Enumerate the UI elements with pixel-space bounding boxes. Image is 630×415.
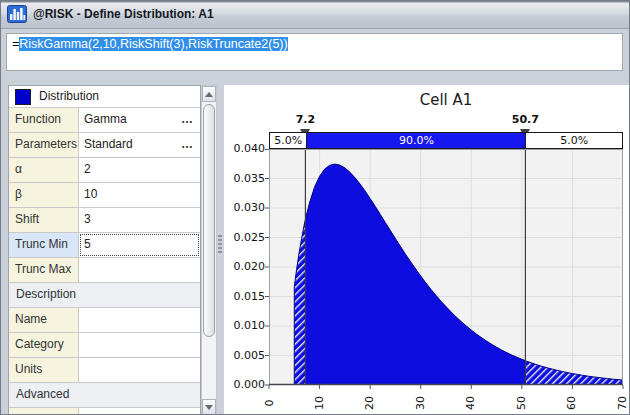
x-tick-label: 30 [411,393,431,415]
prop-row-row[interactable]: β10 [9,183,200,208]
ellipsis-button[interactable]: … [181,108,194,131]
x-tick-label: 70 [613,393,630,415]
prop-label-trunc-min: Trunc Min [9,233,79,257]
prop-section-advanced[interactable]: Advanced [9,383,200,408]
distribution-color-swatch [15,89,31,105]
risk-histogram-icon [7,5,27,23]
distribution-plot [263,149,627,393]
y-tick-label: 0.015 [224,290,265,304]
splitter-grip-icon [218,235,222,255]
prop-label-static-value: Static Value [9,408,79,415]
prop-value-category[interactable] [79,333,200,357]
x-tick-label: 0 [259,393,279,415]
prop-value-function[interactable]: Gamma… [79,108,200,132]
prop-value-row[interactable]: 2 [79,158,200,182]
scroll-down-button[interactable] [202,399,216,415]
y-tick-label: 0.035 [224,172,265,186]
chart-title: Cell A1 [269,91,623,109]
prop-value-row[interactable]: 10 [79,183,200,207]
prop-value-parameters[interactable]: Standard… [79,133,200,157]
prop-row-category[interactable]: Category [9,333,200,358]
prop-value-shift[interactable]: 3 [79,208,200,232]
scroll-up-icon [205,92,213,97]
x-tick-label: 20 [360,393,380,415]
y-tick-label: 0.010 [224,319,265,333]
prop-label-category: Category [9,333,79,357]
probability-band: 5.0% 90.0% 5.0% [269,132,623,149]
scrollbar-thumb[interactable] [203,104,215,337]
y-tick-label: 0.000 [224,378,265,392]
panel-splitter[interactable] [217,85,224,415]
property-grid-scrollbar[interactable] [201,85,217,415]
y-tick-label: 0.030 [224,201,265,215]
prop-value-name[interactable] [79,308,200,332]
y-tick-label: 0.005 [224,349,265,363]
prop-label-shift: Shift [9,208,79,232]
scroll-down-icon [205,405,213,410]
prop-row-function[interactable]: FunctionGamma… [9,108,200,133]
prop-row-row[interactable]: α2 [9,158,200,183]
y-tick-label: 0.020 [224,260,265,274]
prop-value-static-value[interactable] [79,408,200,415]
prop-label-row: β [9,183,79,207]
formula-selected-text: RiskGamma(2,10,RiskShift(3),RiskTruncate… [19,37,287,51]
prop-label-trunc-max: Trunc Max [9,258,79,282]
prop-section-description[interactable]: Description [9,283,200,308]
prop-label-parameters: Parameters [9,133,79,157]
distribution-property-grid: DistributionFunctionGamma…ParametersStan… [8,85,201,415]
delimiter-value-left: 7.2 [280,113,330,126]
delimiter-value-right: 50.7 [500,113,550,126]
prop-row-shift[interactable]: Shift3 [9,208,200,233]
prop-row-parameters[interactable]: ParametersStandard… [9,133,200,158]
y-tick-label: 0.040 [224,142,265,156]
ellipsis-button[interactable]: … [181,133,194,156]
x-tick-label: 50 [512,393,532,415]
window-title: @RISK - Define Distribution: A1 [33,1,214,27]
prop-label-name: Name [9,308,79,332]
property-grid-header-label: Distribution [39,86,99,107]
x-tick-label: 60 [562,393,582,415]
prop-label-row: α [9,158,79,182]
scroll-up-button[interactable] [202,86,216,102]
prop-label-units: Units [9,358,79,382]
prop-row-name[interactable]: Name [9,308,200,333]
band-left-percent: 5.0% [270,133,306,148]
formula-input[interactable]: =RiskGamma(2,10,RiskShift(3),RiskTruncat… [6,33,623,71]
prop-row-trunc-max[interactable]: Trunc Max [9,258,200,283]
y-tick-label: 0.025 [224,231,265,245]
band-right-percent: 5.0% [526,133,622,148]
prop-row-static-value[interactable]: Static Value [9,408,200,415]
prop-value-units[interactable] [79,358,200,382]
prop-label-function: Function [9,108,79,132]
property-grid-header: Distribution [9,86,200,108]
define-distribution-window: @RISK - Define Distribution: A1 =RiskGam… [0,0,630,415]
prop-row-trunc-min[interactable]: Trunc Min5 [9,233,200,258]
x-tick-label: 40 [461,393,481,415]
distribution-chart-panel: Cell A1 7.2 50.7 5.0% 90.0% 5.0% 0.0400.… [224,85,630,415]
x-tick-label: 10 [310,393,330,415]
prop-row-units[interactable]: Units [9,358,200,383]
band-mid-percent: 90.0% [306,133,526,148]
window-titlebar[interactable]: @RISK - Define Distribution: A1 [1,1,629,29]
prop-value-trunc-min[interactable]: 5 [79,233,200,257]
prop-value-trunc-max[interactable] [79,258,200,282]
